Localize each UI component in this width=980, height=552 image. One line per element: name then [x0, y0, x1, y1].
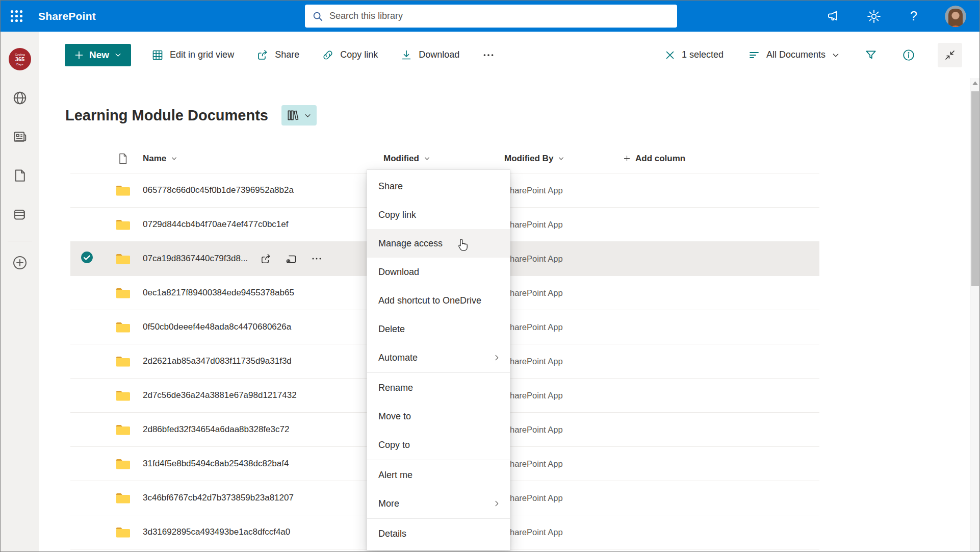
menu-item-delete[interactable]: Delete	[367, 315, 510, 343]
copy-link-button[interactable]: Copy link	[320, 46, 380, 64]
search-input[interactable]	[329, 11, 670, 21]
row-share-icon[interactable]	[260, 253, 272, 265]
new-button-label: New	[89, 49, 109, 61]
rail-item-news[interactable]	[9, 126, 31, 148]
menu-item-alert-me[interactable]: Alert me	[367, 461, 510, 489]
chevron-down-icon	[114, 51, 122, 59]
row-more-icon[interactable]	[311, 253, 323, 265]
view-selector-dropdown[interactable]: All Documents	[746, 46, 842, 64]
cancel-selection-icon	[664, 49, 676, 61]
more-commands-button[interactable]	[480, 45, 497, 65]
folder-name-link[interactable]: 3c46bf6767cb42d7b373859b23a81207	[143, 493, 294, 503]
folder-icon	[115, 458, 131, 470]
stacked-list-icon	[12, 207, 28, 222]
library-view-chip[interactable]	[281, 105, 317, 126]
folder-name-link[interactable]: 31fd4f5e8bd5494c8ab25438dc82baf4	[143, 459, 289, 469]
folder-icon	[115, 321, 131, 334]
folder-icon	[115, 389, 131, 402]
filter-button[interactable]	[862, 45, 880, 65]
command-bar: New Edit in grid view	[39, 32, 979, 78]
menu-item-download[interactable]: Download	[367, 258, 510, 286]
site-logo-text-1: Cycling	[15, 53, 25, 56]
menu-item-share[interactable]: Share	[367, 172, 510, 200]
rail-divider	[8, 241, 32, 241]
folder-name-link[interactable]: 065778c66d0c45f0b1de7396952a8b2a	[143, 185, 294, 195]
info-icon	[902, 48, 915, 62]
modified-by-cell: SharePoint App	[504, 186, 623, 195]
avatar-photo-icon	[945, 6, 966, 27]
collapse-arrows-icon	[944, 49, 956, 61]
selection-status: 1 selected	[682, 49, 724, 60]
rail-item-pages[interactable]	[9, 164, 31, 187]
column-header-modified[interactable]: Modified	[383, 154, 430, 164]
folder-name-link[interactable]: 07ca19d8367440c79f3d8...	[143, 254, 248, 264]
gear-icon	[866, 9, 882, 24]
menu-item-rename[interactable]: Rename	[367, 373, 510, 402]
rail-item-home[interactable]	[9, 87, 31, 109]
help-button[interactable]: ?	[905, 8, 922, 25]
site-logo[interactable]: Cycling 365 Days	[9, 48, 31, 70]
app-name[interactable]: SharePoint	[38, 10, 96, 22]
menu-item-add-shortcut-to-onedrive[interactable]: Add shortcut to OneDrive	[367, 286, 510, 315]
folder-name-link[interactable]: 0f50cb0deeef4e48ada8c4470680626a	[143, 322, 291, 332]
modified-by-cell: SharePoint App	[504, 425, 623, 435]
share-button[interactable]: Share	[254, 46, 301, 64]
clear-selection-button[interactable]: 1 selected	[662, 46, 726, 64]
menu-item-copy-link[interactable]: Copy link	[367, 200, 510, 229]
folder-icon	[115, 492, 131, 505]
menu-item-details[interactable]: Details	[367, 519, 510, 548]
menu-divider	[367, 518, 510, 519]
download-button[interactable]: Download	[398, 46, 461, 64]
settings-button[interactable]	[865, 8, 883, 25]
vertical-scrollbar[interactable]	[970, 78, 979, 551]
file-type-column-icon	[117, 153, 129, 165]
column-header-name[interactable]: Name	[143, 154, 177, 164]
share-icon	[256, 49, 269, 61]
grid-view-icon	[151, 49, 164, 61]
chevron-down-icon	[424, 155, 430, 162]
plus-circle-icon	[12, 255, 28, 271]
column-header-modified-by[interactable]: Modified By	[504, 154, 564, 164]
folder-name-link[interactable]: 2d7c56de36a24a3881e67a98d1217432	[143, 390, 297, 400]
rail-item-lists[interactable]	[9, 203, 31, 225]
new-button[interactable]: New	[65, 44, 131, 66]
user-avatar[interactable]	[945, 6, 966, 27]
folder-name-link[interactable]: 0729d844cb4b4f70ae74ef477c0bc1ef	[143, 219, 289, 230]
modified-by-cell: SharePoint App	[504, 357, 623, 366]
row-copy-link-icon[interactable]	[285, 253, 297, 265]
edit-in-grid-view-button[interactable]: Edit in grid view	[149, 46, 236, 64]
selection-checkmark-icon[interactable]	[81, 251, 93, 266]
menu-item-copy-to[interactable]: Copy to	[367, 431, 510, 459]
rail-item-create[interactable]	[9, 252, 31, 274]
globe-icon	[12, 90, 28, 106]
menu-item-automate[interactable]: Automate	[367, 343, 510, 372]
menu-item-move-to[interactable]: Move to	[367, 402, 510, 431]
folder-name-link[interactable]: 0ec1a8217f89400384ede9455378ab65	[143, 288, 294, 298]
chevron-down-icon	[832, 51, 840, 59]
menu-item-more[interactable]: More	[367, 489, 510, 518]
sharepoint-library-window: SharePoint ?	[0, 0, 980, 552]
app-launcher-button[interactable]	[1, 1, 32, 32]
folder-icon	[115, 184, 131, 197]
plus-icon	[623, 155, 631, 162]
context-menu: Share Copy link Manage access Download A…	[367, 169, 510, 550]
filter-funnel-icon	[864, 48, 878, 62]
suite-header-actions: ?	[826, 1, 979, 32]
info-button[interactable]	[900, 45, 917, 65]
folder-icon	[115, 526, 131, 539]
folder-name-link[interactable]: 2d86bfed32f34654a6daa8b328fe3c72	[143, 424, 289, 435]
menu-item-manage-access[interactable]: Manage access	[367, 229, 510, 258]
folder-icon	[115, 355, 131, 368]
scrollbar-up-arrow-icon[interactable]	[970, 78, 979, 88]
scrollbar-thumb[interactable]	[971, 91, 979, 286]
folder-name-link[interactable]: 2d2621ab85a347d083f11735d9a31f3d	[143, 356, 292, 366]
library-search-box[interactable]	[305, 5, 677, 28]
folder-name-link[interactable]: 3d31692895ca493493be1ac8dfccf4a0	[143, 527, 290, 537]
modified-by-cell: SharePoint App	[504, 528, 623, 537]
view-selector-label: All Documents	[766, 49, 826, 60]
folder-icon	[115, 253, 131, 265]
announcements-button[interactable]	[826, 8, 843, 25]
exit-focus-mode-button[interactable]	[938, 43, 962, 67]
add-column-button[interactable]: Add column	[623, 154, 685, 164]
modified-by-cell: SharePoint App	[504, 459, 623, 469]
